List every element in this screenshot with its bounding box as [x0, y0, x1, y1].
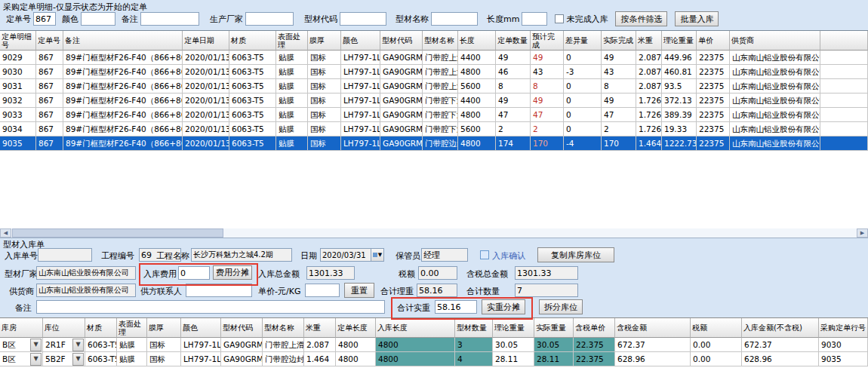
column-header[interactable]: 型材数量 [455, 318, 493, 338]
filter-input-5[interactable] [431, 12, 478, 26]
column-header[interactable]: 型材代码 [221, 318, 263, 338]
date-field[interactable] [320, 248, 371, 262]
cell: 国标 [308, 79, 341, 94]
column-header[interactable]: 定单号 [36, 31, 63, 51]
column-header[interactable]: 表面处理 [276, 31, 308, 51]
table-row[interactable]: 903586789#门框型材F26-F40（866+867）2020/01/13… [0, 136, 868, 151]
reset-button[interactable]: 重置 [344, 283, 374, 298]
manufacturer-field[interactable] [36, 266, 136, 280]
column-header[interactable]: 理论重量 [493, 318, 534, 338]
filter-input-6[interactable] [522, 12, 547, 26]
stockin-fee-field[interactable] [178, 266, 210, 280]
column-header[interactable]: 含税单价 [574, 318, 615, 338]
scroll-left-icon[interactable]: ◀ [0, 228, 11, 238]
filter-input-0[interactable] [33, 12, 56, 26]
cell: 93.5 [662, 79, 697, 94]
column-header[interactable]: 材质 [229, 31, 276, 51]
filter-input-1[interactable] [81, 12, 115, 26]
unit-price-field[interactable] [305, 284, 340, 297]
table-row[interactable]: 902986789#门框型材F26-F40（866+867）2020/01/13… [0, 51, 868, 65]
column-header[interactable]: 入库金额(不含税) [742, 318, 819, 338]
supplier-contact-field[interactable] [186, 284, 252, 297]
column-header[interactable]: 单价 [697, 31, 730, 51]
column-header[interactable]: 实际完成 [602, 31, 636, 51]
column-header[interactable]: 含税金额 [615, 318, 691, 338]
column-header[interactable]: 定单长度 [336, 318, 376, 338]
cell: 2 [602, 122, 636, 136]
cell: 372.13 [662, 94, 697, 108]
column-header[interactable]: 米重 [636, 31, 662, 51]
table-row[interactable]: B区▼2R1F▼6063-T5贴膜国标LH797-1LL0GA90GRM03门带… [0, 338, 868, 352]
table-row[interactable]: 903386789#门框型材F26-F40（866+867）2020/01/13… [0, 108, 868, 122]
column-header[interactable]: 库位 [43, 318, 85, 338]
column-header[interactable]: 库房 [0, 318, 43, 338]
cell: 9035 [0, 136, 36, 151]
column-header[interactable]: 长度 [458, 31, 496, 51]
column-header[interactable]: 膜厚 [147, 318, 181, 338]
table-row[interactable]: 903186789#门框型材F26-F40（866+867）2020/01/13… [0, 79, 868, 94]
total-theory-weight-field[interactable] [417, 284, 457, 297]
table-row[interactable]: 903286789#门框型材F26-F40（866+867）2020/01/13… [0, 94, 868, 108]
total-count-field[interactable] [515, 284, 578, 297]
dropdown-arrow-icon[interactable]: ▼ [30, 353, 42, 366]
column-header[interactable]: 表面处理 [117, 318, 147, 338]
filter-input-4[interactable] [340, 12, 386, 26]
scroll-right-icon[interactable]: ▶ [857, 228, 868, 238]
column-header[interactable]: 米重 [304, 318, 336, 338]
column-header[interactable]: 采购定单行号 [819, 318, 868, 338]
column-header[interactable]: 预计完成 [531, 31, 564, 51]
batch-stockin-button[interactable]: 批量入库 [675, 11, 719, 26]
column-header[interactable]: 税额 [691, 318, 742, 338]
table-row[interactable]: 903086789#门框型材F26-F40（866+867）2020/01/13… [0, 65, 868, 79]
weight-share-button[interactable]: 实重分摊 [482, 299, 525, 314]
dropdown-arrow-icon[interactable]: ▼ [72, 339, 84, 351]
filter-input-2[interactable] [140, 12, 199, 26]
total-amount-field[interactable] [306, 266, 355, 280]
column-header[interactable]: 供货商 [730, 31, 820, 51]
column-header[interactable]: 型材名称 [423, 31, 458, 51]
fee-share-button[interactable]: 费用分摊 [213, 265, 252, 280]
receipt-no-field[interactable] [38, 248, 92, 262]
tax-field[interactable] [418, 266, 457, 280]
dropdown-arrow-icon[interactable]: ▼ [30, 339, 42, 351]
cell: 672.37 [742, 338, 819, 352]
column-header[interactable]: 型材名称 [263, 318, 304, 338]
table-row[interactable]: 903486789#门框型材F26-F40（866+867）2020/01/13… [0, 122, 868, 136]
confirm-checkbox[interactable] [480, 250, 489, 259]
filter-condition-button[interactable]: 按条件筛选 [615, 11, 667, 26]
unfinished-checkbox[interactable] [555, 14, 564, 23]
column-header[interactable]: 型材代码 [380, 31, 423, 51]
cell: 2020/01/13 [183, 136, 229, 151]
cell: 国标 [147, 352, 181, 366]
column-header[interactable]: 理论重量 [662, 31, 697, 51]
cell: 门带腔上滑 [423, 65, 458, 79]
supplier-field[interactable] [36, 284, 136, 297]
filter-label: 长度mm [487, 14, 519, 25]
column-header[interactable]: 入库长度 [376, 318, 455, 338]
remark-field[interactable] [36, 300, 385, 314]
dropdown-arrow-icon[interactable]: ▼ [72, 353, 84, 366]
column-header[interactable] [820, 31, 868, 51]
cell: 28.11 [534, 352, 574, 366]
filter-input-3[interactable] [245, 12, 294, 26]
column-header[interactable]: 颜色 [181, 318, 221, 338]
copy-location-button[interactable]: 复制库房库位 [537, 247, 614, 262]
cell: 贴膜 [276, 79, 308, 94]
total-with-tax-field[interactable] [515, 266, 578, 280]
column-header[interactable]: 定单明细号 [0, 31, 36, 51]
project-name-field[interactable] [191, 248, 292, 262]
scrollbar-thumb[interactable] [12, 228, 223, 238]
column-header[interactable]: 定单日期 [183, 31, 229, 51]
calendar-dropdown-icon[interactable]: ▼ [371, 248, 384, 262]
column-header[interactable]: 膜厚 [308, 31, 341, 51]
column-header[interactable]: 颜色 [341, 31, 380, 51]
column-header[interactable]: 实际重量 [534, 318, 574, 338]
split-location-button[interactable]: 拆分库位 [539, 299, 583, 314]
column-header[interactable]: 材质 [85, 318, 117, 338]
column-header[interactable]: 差异量 [564, 31, 602, 51]
table-row[interactable]: B区▼5B2F▼6063-T5贴膜国标LH797-1LL0GA90GRM05门带… [0, 352, 868, 366]
total-actual-weight-field[interactable] [435, 300, 477, 314]
keeper-field[interactable] [421, 248, 468, 262]
column-header[interactable]: 备注 [63, 31, 183, 51]
column-header[interactable]: 定单数量 [496, 31, 531, 51]
